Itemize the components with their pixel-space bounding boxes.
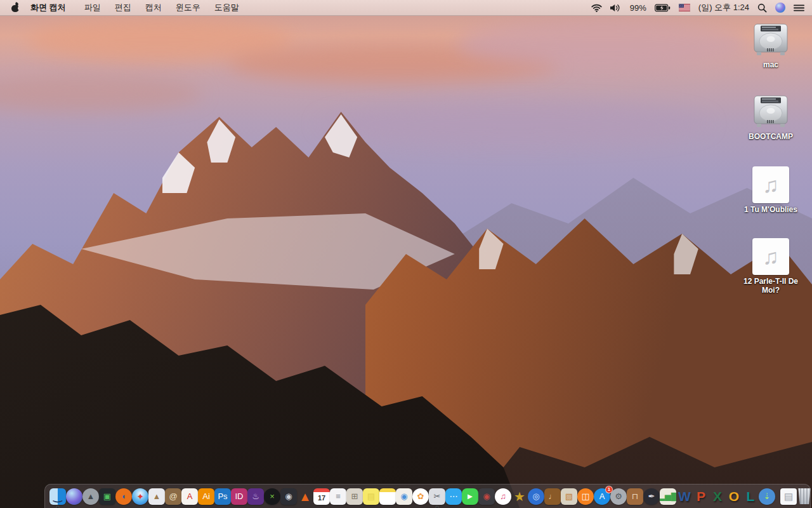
web-downloader-icon: ⇣ [759,488,775,505]
microsoft-word-icon: W [676,488,693,505]
dock-item-numbers[interactable]: ▂▅▇ [660,488,676,505]
volume-icon[interactable] [610,4,622,12]
finder-icon: ‿ [49,488,66,505]
dock-item-vlc[interactable]: ▲ [297,488,313,505]
dock-item-web-downloader[interactable]: ⇣ [759,488,775,505]
dock-item-notes[interactable] [379,488,396,505]
menu-item-[interactable]: 편집 [108,2,138,13]
battery-percent: 99% [630,3,646,13]
dock-items: ‿▲▣◖✦▲@AAiPsID♨×◉▲17≡⊞▤◉✿✂⋯►◉♫★◎♩▧◫A1⚙⊓✒… [49,488,806,505]
xee-icon: × [264,488,280,505]
adobe-indesign-icon: ID [231,488,247,505]
dock-item-calendar[interactable]: 17 [313,488,330,505]
dock-item-microsoft-outlook[interactable]: O [726,488,742,505]
running-indicator [436,506,438,508]
dock-item-keynote[interactable]: ⊓ [627,488,643,505]
dock-item-screens-app[interactable]: ▣ [99,488,115,505]
menu-bar-clock[interactable]: (일) 오후 1:24 [698,2,749,13]
battery-charging-icon[interactable] [655,4,671,12]
calendar-icon: 17 [313,488,330,505]
dock-item-pages[interactable]: ✒ [643,488,660,505]
dock-item-trash[interactable] [797,488,812,504]
audio-file-icon: ♫ [752,238,789,275]
menu-item-[interactable]: 도움말 [207,2,246,13]
menu-item-[interactable]: 캡처 [138,2,169,13]
wifi-icon[interactable] [591,4,602,12]
dock-item-stamps-document[interactable]: ◉ [396,488,412,505]
dock-item-microsoft-word[interactable]: W [676,488,693,505]
dock-item-grab[interactable]: ✂ [429,488,445,505]
dock-item-launchpad[interactable]: ▲ [82,488,99,505]
dock-item-ibooks[interactable]: ◫ [577,488,594,505]
numbers-icon: ▂▅▇ [660,488,676,505]
adobe-acrobat-icon: A [181,488,198,505]
pages-icon: ✒ [643,488,660,505]
dock-item-adobe-acrobat[interactable]: A [181,488,198,505]
garageband-icon: ♩ [544,488,561,505]
dock-item-scrapbook[interactable]: ▧ [561,488,577,505]
dock-item-facetime[interactable]: ► [462,488,478,505]
keynote-icon: ⊓ [627,488,643,505]
dock-item-contacts[interactable]: @ [165,488,181,505]
toast-icon: ♨ [247,488,264,505]
dock-item-messages[interactable]: ⋯ [445,488,462,505]
desktop-icon-label: 12 Parle-T-Il De Moi? [735,277,806,295]
desktop-icon-label: mac [763,60,778,69]
dock-item-archive-utility[interactable]: ⊞ [346,488,363,505]
dock-item-xee[interactable]: × [264,488,280,505]
dock-item-adobe-indesign[interactable]: ID [231,488,247,505]
dock-item-firefox[interactable]: ◖ [115,488,132,505]
dock-item-finder[interactable]: ‿ [49,488,66,505]
dock-item-photo-booth[interactable]: ◉ [478,488,495,505]
desktop-icon-bootcamp[interactable]: BOOTCAMP [733,95,808,161]
menu-item-[interactable]: 윈도우 [169,2,207,13]
dock-item-siri[interactable] [66,488,82,505]
dock-item-reminders[interactable]: ≡ [330,488,346,505]
dock-item-adobe-photoshop[interactable]: Ps [214,488,231,505]
archive-utility-icon: ⊞ [346,488,363,505]
dock-item-disk-tool[interactable]: ◉ [280,488,297,505]
dock-item-itunes[interactable]: ♫ [495,488,511,505]
us-flag-icon[interactable] [679,4,690,11]
photos-icon: ✿ [412,488,429,505]
scrapbook-icon: ▧ [561,488,577,505]
reminders-icon: ≡ [330,488,346,505]
menu-item-[interactable]: 파일 [77,2,108,13]
contacts-icon: @ [165,488,181,505]
dock-item-preview[interactable]: ▲ [148,488,165,505]
notification-center-icon[interactable] [794,4,804,12]
dock-item-toast[interactable]: ♨ [247,488,264,505]
apple-menu-icon[interactable] [11,3,20,13]
desktop-icon-mac[interactable]: mac [733,23,808,89]
dock-item-safari[interactable]: ✦ [132,488,148,505]
preview-icon: ▲ [148,488,165,505]
spotlight-search-icon[interactable] [757,3,767,13]
adobe-photoshop-icon: Ps [214,488,231,505]
dock-item-adobe-illustrator[interactable]: Ai [198,488,214,505]
desktop-icon-12-parle-t-il-de-moi[interactable]: ♫12 Parle-T-Il De Moi? [733,238,808,304]
dock-item-microsoft-excel[interactable]: X [709,488,726,505]
grab-icon: ✂ [429,488,445,505]
desktop-icon-1-tu-m-oublies[interactable]: ♫1 Tu M'Oublies [733,166,808,232]
dock-item-photos[interactable]: ✿ [412,488,429,505]
adobe-illustrator-icon: Ai [198,488,214,505]
dock-item-microsoft-lync[interactable]: L [742,488,759,505]
ibooks-icon: ◫ [577,488,594,505]
desktop-icons: macBOOTCAMP♫1 Tu M'Oublies♫12 Parle-T-Il… [733,23,808,310]
siri-icon [66,488,82,505]
dock-item-garageband[interactable]: ♩ [544,488,561,505]
siri-icon[interactable] [775,3,785,13]
active-app-name[interactable]: 화면 캡처 [30,2,66,13]
microsoft-excel-icon: X [709,488,726,505]
dock-item-document-file[interactable]: ▤ [780,488,797,505]
dock-item-system-preferences[interactable]: ⚙ [610,488,627,505]
cloud-shape [317,102,710,146]
dock-item-app-store[interactable]: A1 [594,488,610,505]
stamps-document-icon: ◉ [396,488,412,505]
dock: ‿▲▣◖✦▲@AAiPsID♨×◉▲17≡⊞▤◉✿✂⋯►◉♫★◎♩▧◫A1⚙⊓✒… [44,484,811,508]
dock-item-microsoft-powerpoint[interactable]: P [693,488,709,505]
dock-item-imovie-hd[interactable]: ★ [511,488,528,505]
facetime-icon: ► [462,488,478,505]
dock-item-stickies[interactable]: ▤ [363,488,379,505]
dock-item-idvd[interactable]: ◎ [528,488,544,505]
